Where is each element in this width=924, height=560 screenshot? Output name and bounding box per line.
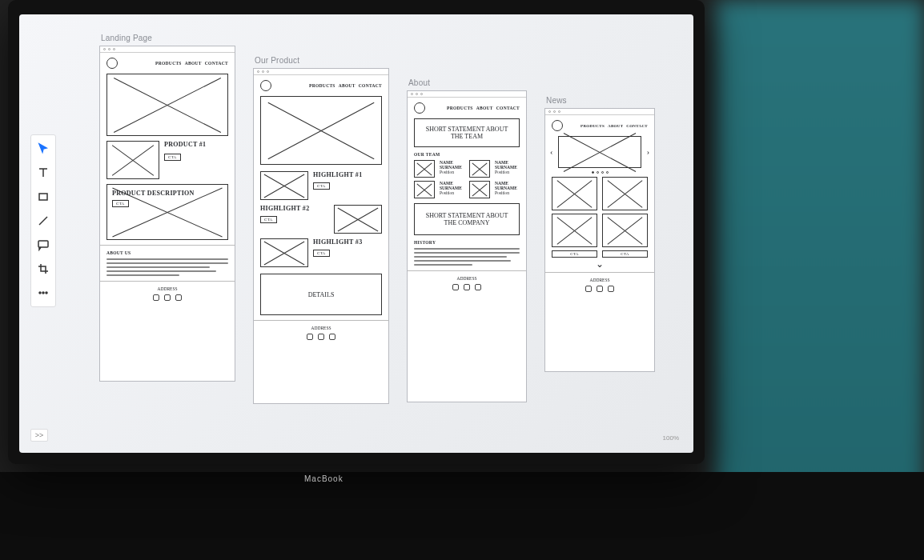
artboard-label[interactable]: News [544, 96, 655, 105]
section-title: OUR TEAM [414, 152, 520, 157]
text-tool[interactable] [34, 166, 52, 180]
svg-point-2 [39, 292, 41, 294]
nav-link: ABOUT [476, 106, 493, 110]
artboard-about[interactable]: PRODUCTS ABOUT CONTACT SHORT STATEMENT A… [407, 90, 527, 402]
image-placeholder [260, 171, 308, 200]
carousel: ‹ › [552, 136, 648, 174]
artboard-product[interactable]: PRODUCTS ABOUT CONTACT HIGHLIGHT #1 CTA [253, 68, 389, 404]
member-role: Position [495, 170, 509, 174]
member-role: Position [495, 190, 509, 195]
details-label: DETAILS [308, 291, 335, 298]
artboard-news[interactable]: PRODUCTS ABOUT CONTACT ‹ › [544, 108, 655, 372]
nav-link: PRODUCTS [155, 61, 182, 66]
browser-chrome [545, 109, 654, 115]
artboard-label[interactable]: About [407, 78, 527, 87]
svg-rect-0 [39, 194, 47, 200]
image-placeholder [334, 205, 382, 234]
desk-surface [0, 472, 924, 560]
footer-social-icons [260, 334, 382, 340]
footer-label: ADDRESS [552, 278, 648, 282]
artboard-col-news: News PRODUCTS ABOUT CONTACT [544, 96, 655, 372]
details-box: DETAILS [260, 274, 382, 315]
carousel-image-placeholder [558, 136, 641, 168]
avatar-placeholder [414, 160, 435, 178]
rectangle-tool[interactable] [34, 190, 52, 204]
logo-placeholder [552, 120, 563, 131]
image-placeholder [552, 214, 597, 247]
image-placeholder [552, 177, 597, 210]
artboard-col-landing: Landing Page PRODUCTS ABOUT CONTACT [99, 34, 235, 382]
logo-placeholder [414, 102, 425, 114]
artboard-col-about: About PRODUCTS ABOUT CONTACT [407, 78, 527, 402]
highlight-title: HIGHLIGHT #2 [260, 205, 329, 212]
artboard-col-product: Our Product PRODUCTS ABOUT CONTACT [253, 56, 389, 404]
cta-button: CTA [313, 182, 330, 190]
section-title: PRODUCT DESCRIPTION [112, 190, 195, 197]
image-placeholder [260, 238, 308, 267]
member-role: Position [440, 170, 454, 174]
avatar-placeholder [414, 181, 435, 198]
comment-tool[interactable] [34, 238, 52, 252]
footer-label: ADDRESS [414, 276, 520, 281]
zoom-indicator[interactable]: 100% [663, 434, 679, 442]
design-app-screen: Landing Page PRODUCTS ABOUT CONTACT [19, 14, 693, 453]
wireframe-nav: PRODUCTS ABOUT CONTACT [414, 102, 520, 114]
nav-links: PRODUCTS ABOUT CONTACT [581, 124, 648, 128]
carousel-next-icon: › [647, 147, 649, 156]
crop-tool[interactable] [34, 262, 52, 276]
nav-link: PRODUCTS [447, 106, 473, 110]
nav-link: PRODUCTS [309, 83, 335, 88]
footer-label: ADDRESS [260, 326, 382, 330]
member-name: NAME SURNAME [495, 181, 517, 190]
footer-social-icons [106, 294, 228, 301]
select-tool[interactable] [34, 142, 52, 156]
laptop-brand-label: MacBook [304, 474, 343, 483]
image-placeholder [602, 177, 648, 210]
cta-button: CTA [260, 216, 277, 223]
more-tools[interactable] [34, 286, 52, 300]
browser-chrome [254, 69, 388, 75]
svg-point-4 [46, 292, 47, 294]
footer-social-icons [414, 284, 520, 290]
browser-chrome [100, 46, 235, 53]
statement-box: SHORT STATEMENT ABOUT THE TEAM [414, 118, 520, 147]
statement-text: SHORT STATEMENT ABOUT THE TEAM [420, 126, 514, 140]
browser-chrome [408, 91, 526, 98]
artboard-label[interactable]: Landing Page [99, 34, 235, 42]
laptop-frame: Landing Page PRODUCTS ABOUT CONTACT [8, 0, 705, 464]
footer-social-icons [552, 286, 648, 292]
nav-link: ABOUT [608, 124, 623, 128]
member-role: Position [440, 190, 454, 195]
member-name: NAME SURNAME [440, 160, 462, 170]
nav-links: PRODUCTS ABOUT CONTACT [447, 106, 520, 110]
footer-label: ADDRESS [106, 286, 228, 291]
svg-point-3 [42, 292, 44, 294]
member-name: NAME SURNAME [440, 181, 462, 190]
expand-panel-button[interactable]: >> [30, 429, 48, 442]
chevron-down-icon: ⌄ [552, 261, 648, 267]
statement-box: SHORT STATEMENT ABOUT THE COMPANY [414, 203, 520, 235]
image-placeholder [602, 214, 648, 247]
tool-palette [30, 134, 56, 307]
text-lines-placeholder [106, 258, 228, 276]
highlight-title: HIGHLIGHT #3 [313, 238, 382, 246]
text-lines-placeholder [414, 248, 520, 266]
svg-rect-1 [38, 241, 48, 247]
avatar-placeholder [469, 181, 490, 198]
cta-button: CTA [313, 250, 330, 257]
logo-placeholder [260, 80, 271, 91]
cta-button: CTA [164, 154, 181, 161]
cta-button: CTA [112, 200, 129, 207]
artboard-landing[interactable]: PRODUCTS ABOUT CONTACT PRODUCT #1 CTA [99, 46, 235, 382]
hero-image-placeholder [260, 96, 382, 165]
member-name: NAME SURNAME [495, 160, 517, 170]
artboard-label[interactable]: Our Product [253, 56, 389, 65]
nav-link: PRODUCTS [581, 124, 605, 128]
nav-link: CONTACT [496, 106, 520, 110]
hero-image-placeholder [106, 74, 228, 136]
avatar-placeholder [469, 160, 490, 178]
statement-text: SHORT STATEMENT ABOUT THE COMPANY [420, 212, 514, 226]
line-tool[interactable] [34, 214, 52, 228]
canvas[interactable]: Landing Page PRODUCTS ABOUT CONTACT [99, 34, 685, 445]
image-placeholder: PRODUCT DESCRIPTION CTA [106, 184, 228, 240]
